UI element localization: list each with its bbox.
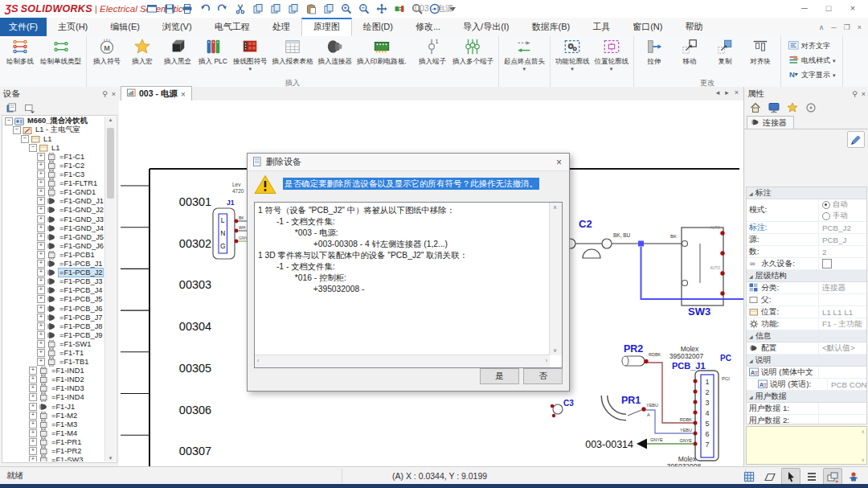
tree-item[interactable]: −L1 - 主电气室 (3, 125, 105, 134)
status-trap-button[interactable] (760, 468, 780, 485)
expand-icon[interactable]: + (37, 286, 45, 294)
tree-item[interactable]: +=F1-C2 (3, 161, 105, 170)
menu-item-11[interactable]: 窗口(N) (621, 18, 674, 36)
ribbon-button[interactable]: 插入多个端子 (450, 37, 496, 67)
ribbon-button[interactable]: 绘制单线类型 (38, 37, 84, 67)
tree-item[interactable]: +=F1-PCB_J1 (3, 260, 105, 269)
scroll-right-icon[interactable]: › (546, 358, 547, 363)
document-tab[interactable]: 003 - 电源 × (121, 86, 192, 100)
ribbon-button[interactable]: 1插入端子 (415, 37, 450, 67)
device-catalog-button[interactable] (3, 100, 19, 115)
tree-item[interactable]: +=F1-GND_J6 (3, 241, 105, 250)
expand-icon[interactable]: + (37, 305, 45, 313)
zoomin-icon[interactable] (339, 2, 353, 15)
copy-icon[interactable] (268, 2, 282, 15)
menu-item-9[interactable]: 数据库(B) (521, 18, 582, 36)
doc-restore-button[interactable]: ❐ (844, 23, 850, 31)
restore-button[interactable]: □ (817, 0, 841, 17)
menu-item-10[interactable]: 工具 (581, 18, 621, 36)
menu-item-3[interactable]: 电气工程 (203, 18, 261, 36)
caret-icon[interactable] (445, 2, 459, 15)
dialog-title-bar[interactable]: 删除设备 × (248, 154, 569, 171)
expand-icon[interactable]: + (37, 179, 45, 187)
collapse-icon[interactable]: − (29, 144, 37, 152)
copy-icon[interactable] (321, 2, 335, 15)
expand-icon[interactable]: + (29, 375, 37, 383)
close-panel-icon[interactable]: × (112, 90, 116, 98)
collapse-icon[interactable]: − (5, 117, 13, 125)
tree-item[interactable]: +=F1-SW3 (3, 456, 105, 461)
tab-next-icon[interactable]: ▸ (725, 88, 729, 96)
ribbon-button[interactable]: 绘制多线 (2, 37, 38, 67)
tree-item[interactable]: +=F1-PCB_J7 (3, 313, 105, 322)
redo-icon[interactable] (215, 2, 229, 15)
ribbon-button[interactable]: 移动 (672, 37, 707, 67)
ribbon-button[interactable]: 插入连接器 (316, 37, 355, 67)
prop-row[interactable]: 数:2 (747, 246, 866, 258)
tree-item[interactable]: +=F1-M3 (3, 420, 105, 429)
paste-icon[interactable] (304, 2, 317, 15)
tab-close-all-icon[interactable]: × (735, 88, 739, 96)
file-menu-button[interactable]: 文件(F) (0, 18, 47, 36)
save-icon[interactable] (162, 2, 176, 15)
scroll-down-icon[interactable]: ∨ (862, 457, 865, 462)
yes-button[interactable]: 是 (480, 368, 519, 384)
menu-item-5[interactable]: 原理图 (301, 18, 352, 36)
tree-item[interactable]: +=F1-PCB_J6 (3, 304, 105, 313)
tree-item[interactable]: +=F1-PCB_J5 (3, 295, 105, 304)
copy-icon[interactable] (251, 2, 264, 15)
scroll-left-icon[interactable]: ‹ (257, 358, 259, 363)
ribbon-button[interactable]: 插入印刷电路板. (354, 37, 409, 67)
prop-row[interactable]: 位置:L1 L1 L1 (747, 306, 866, 318)
permanent-device-checkbox[interactable] (822, 259, 832, 269)
expand-icon[interactable]: + (37, 331, 45, 339)
tree-item[interactable]: +=F1-PCB_J3 (3, 277, 105, 286)
scroll-down-icon[interactable]: ▼ (105, 456, 116, 461)
status-cursor-button[interactable] (781, 468, 800, 485)
tree-item[interactable]: +=F1-IND2 (3, 375, 105, 384)
wire-junction[interactable] (638, 241, 644, 247)
no-button[interactable]: 否 (523, 368, 563, 384)
scroll-up-icon[interactable]: ∧ (862, 429, 865, 434)
tree-item[interactable]: +=F1-SW1 (3, 339, 105, 348)
ribbon-button[interactable]: 插入宏 (125, 37, 160, 67)
print-icon[interactable] (180, 2, 194, 15)
doc-minimize-button[interactable]: ─ (831, 23, 836, 31)
ribbon-button[interactable]: 插入黑盒 (160, 37, 195, 67)
prop-row[interactable]: A文说明 (简体中文 (747, 367, 866, 379)
scroll-down-icon[interactable]: ∨ (553, 347, 557, 354)
scroll-up-icon[interactable]: ▲ (105, 117, 116, 122)
menu-item-1[interactable]: 编辑(E) (99, 18, 151, 36)
expand-icon[interactable]: + (37, 197, 45, 205)
edit-properties-button[interactable] (847, 131, 865, 148)
expand-icon[interactable]: + (37, 260, 45, 268)
prop-section-header[interactable]: ◢层级结构 (747, 270, 866, 282)
menu-item-4[interactable]: 处理 (261, 18, 301, 36)
tree-item[interactable]: +=F1-M2 (3, 411, 105, 420)
tree-item[interactable]: +=F1-M4 (3, 429, 105, 437)
dialog-horizontal-scrollbar[interactable]: ‹ › (255, 355, 550, 367)
expand-icon[interactable]: + (37, 358, 45, 366)
expand-icon[interactable]: + (29, 447, 37, 455)
expand-icon[interactable]: + (37, 188, 45, 196)
expand-icon[interactable]: + (37, 251, 45, 259)
minimize-button[interactable]: ─ (792, 0, 817, 17)
expand-icon[interactable]: + (29, 403, 37, 411)
status-grid-button[interactable] (739, 468, 759, 485)
expand-icon[interactable]: + (37, 349, 45, 357)
tab-prev-icon[interactable]: ◂ (716, 88, 720, 96)
expand-icon[interactable]: + (29, 438, 37, 446)
ribbon-button[interactable]: 功能轮廓线▾ (553, 37, 592, 72)
prop-section-header[interactable]: ◢标注 (747, 187, 866, 199)
ribbon-button[interactable]: 复制 (707, 37, 743, 67)
tree-item[interactable]: +=F1-FLTR1 (3, 179, 105, 188)
expand-icon[interactable]: + (37, 277, 45, 285)
prop-row[interactable]: ∞永久设备: (747, 258, 866, 270)
expand-icon[interactable]: + (37, 242, 45, 250)
menu-item-2[interactable]: 浏览(V) (151, 18, 203, 36)
zoomout-icon[interactable] (357, 2, 371, 15)
expand-icon[interactable]: + (37, 224, 45, 232)
expand-icon[interactable]: + (37, 295, 45, 303)
undo-icon[interactable] (198, 2, 211, 15)
radio-auto[interactable] (822, 201, 830, 209)
